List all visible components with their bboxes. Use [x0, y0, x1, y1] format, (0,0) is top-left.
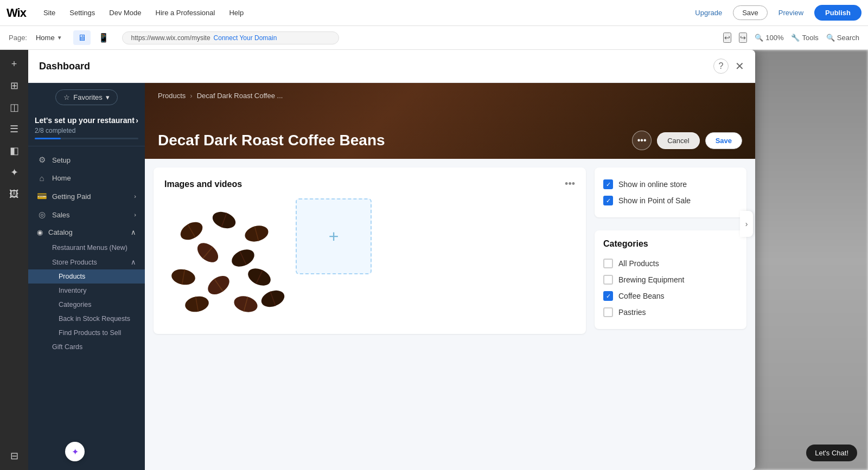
redo-button[interactable]: ↪ [739, 33, 747, 43]
undo-button[interactable]: ↩ [723, 33, 731, 43]
star-icon: ☆ [63, 93, 70, 101]
page-content: Abandoned Carts Increase sales and bring… [28, 50, 868, 470]
secondbar: Page: Home ▼ 🖥 📱 https://www.wix.com/mys… [0, 26, 868, 50]
categories-item[interactable]: Categories [28, 298, 145, 312]
nav-catalog[interactable]: ◉ Catalog ∧ [28, 224, 145, 241]
ai-assistant-button[interactable]: ✦ [65, 442, 85, 461]
nav-settings[interactable]: Settings [63, 5, 101, 20]
search-icon: 🔍 [826, 34, 835, 42]
connect-domain-link[interactable]: Connect Your Domain [214, 34, 277, 42]
nav-site[interactable]: Site [37, 5, 62, 20]
menus-button[interactable]: ☰ [4, 119, 24, 139]
main-layout: + ⊞ ◫ ☰ ◧ ✦ 🖼 ⊟ Abandoned Carts Increase… [0, 50, 868, 470]
close-modal-button[interactable]: ✕ [735, 60, 744, 73]
media-library-button[interactable]: 🖼 [4, 184, 24, 204]
brewing-equipment-label: Brewing Equipment [618, 275, 684, 284]
store-products-header[interactable]: Store Products ∧ [28, 255, 145, 269]
zoom-control[interactable]: 🔍 100% [755, 34, 783, 42]
images-card-title: Images and videos [164, 179, 242, 189]
topbar-nav: Site Settings Dev Mode Hire a Profession… [37, 5, 250, 20]
category-pastries[interactable]: Pastries [603, 304, 738, 320]
breadcrumb-root[interactable]: Products [158, 92, 186, 100]
tools-button[interactable]: 🔧 Tools [791, 34, 818, 42]
nav-section: ⚙ Setup ⌂ Home 💳 Getting Paid › [28, 146, 145, 358]
help-button[interactable]: ? [713, 59, 729, 74]
all-products-checkbox[interactable] [603, 259, 613, 268]
media-button[interactable]: ◫ [4, 98, 24, 117]
chat-button[interactable]: Let's Chat! [806, 445, 857, 461]
topbar: Wix Site Settings Dev Mode Hire a Profes… [0, 0, 868, 26]
category-coffee-beans[interactable]: ✓ Coffee Beans [603, 288, 738, 304]
show-pos-checkbox[interactable]: ✓ [603, 196, 613, 205]
topbar-right: Upgrade Save Preview Publish [690, 5, 861, 21]
setup-icon: ⚙ [37, 155, 47, 165]
more-options-button[interactable]: ••• [632, 131, 652, 150]
brewing-equipment-checkbox[interactable] [603, 275, 613, 285]
preview-button[interactable]: Preview [773, 6, 809, 20]
catalog-chevron-icon: ∧ [131, 228, 136, 236]
nav-home[interactable]: ⌂ Home [28, 169, 145, 187]
nav-setup-label: Setup [52, 156, 71, 164]
modal-header: Dashboard ? ✕ [28, 50, 755, 83]
apps-button[interactable]: ⊞ [4, 76, 24, 95]
show-online-store-checkbox[interactable]: ✓ [603, 179, 613, 189]
inventory-item[interactable]: Inventory [28, 284, 145, 298]
setup-section: Let's set up your restaurant › 2/8 compl… [28, 112, 145, 146]
pastries-label: Pastries [618, 308, 646, 317]
favorites-label: Favorites [73, 93, 102, 101]
dashboard-modal: Dashboard ? ✕ ☆ Favorites ▾ Let' [28, 50, 755, 470]
nav-hire[interactable]: Hire a Professional [149, 5, 222, 20]
bottom-panel-button[interactable]: ⊟ [4, 446, 24, 466]
back-in-stock-item[interactable]: Back in Stock Requests [28, 312, 145, 326]
nav-setup[interactable]: ⚙ Setup [28, 151, 145, 169]
product-hero: Products › Decaf Dark Roast Coffee ... D… [145, 83, 755, 159]
category-all-products[interactable]: All Products [603, 255, 738, 272]
nav-getting-paid[interactable]: 💳 Getting Paid › [28, 187, 145, 205]
images-menu-button[interactable]: ••• [565, 178, 575, 190]
all-products-label: All Products [618, 259, 659, 268]
add-elements-button[interactable]: + [4, 54, 24, 74]
coffee-beans-checkbox[interactable]: ✓ [603, 291, 613, 301]
setup-title[interactable]: Let's set up your restaurant › [35, 116, 138, 125]
save-button[interactable]: Save [733, 5, 768, 20]
page-select[interactable]: Home ▼ [36, 34, 62, 42]
nav-help[interactable]: Help [222, 5, 250, 20]
show-online-store-label: Show in online store [618, 180, 687, 189]
search-button[interactable]: 🔍 Search [826, 34, 859, 42]
breadcrumb-separator: › [190, 92, 192, 100]
wix-apps-button[interactable]: ✦ [4, 163, 24, 182]
progress-bar-bg [35, 138, 138, 139]
favorites-button[interactable]: ☆ Favorites ▾ [55, 89, 117, 105]
nav-catalog-label: Catalog [48, 228, 73, 236]
mobile-view-button[interactable]: 📱 [94, 30, 113, 45]
modal-sidebar: ☆ Favorites ▾ Let's set up your restaura… [28, 83, 145, 470]
publish-button[interactable]: Publish [814, 5, 861, 21]
scroll-right-button[interactable]: › [740, 211, 753, 237]
modal-body: ☆ Favorites ▾ Let's set up your restaura… [28, 83, 755, 470]
zoom-level: 100% [765, 34, 783, 42]
category-brewing-equipment[interactable]: Brewing Equipment [603, 272, 738, 288]
breadcrumb: Products › Decaf Dark Roast Coffee ... [158, 92, 283, 100]
desktop-view-button[interactable]: 🖥 [73, 30, 91, 45]
wix-logo: Wix [7, 6, 26, 20]
nav-getting-paid-label: Getting Paid [52, 192, 91, 201]
restaurant-menus-item[interactable]: Restaurant Menus (New) [28, 241, 145, 255]
save-product-button[interactable]: Save [705, 132, 742, 149]
cancel-button[interactable]: Cancel [657, 132, 699, 149]
plus-icon: + [329, 227, 339, 247]
images-grid: + [164, 198, 575, 323]
find-products-item[interactable]: Find Products to Sell [28, 326, 145, 340]
add-image-button[interactable]: + [296, 198, 372, 274]
layers-button[interactable]: ◧ [4, 141, 24, 160]
gift-cards-item[interactable]: Gift Cards [28, 340, 145, 354]
products-item[interactable]: Products [28, 269, 145, 284]
setup-chevron-icon: › [136, 116, 138, 125]
pastries-checkbox[interactable] [603, 307, 613, 317]
upgrade-link[interactable]: Upgrade [690, 5, 727, 20]
modal-title: Dashboard [39, 61, 90, 72]
nav-sales[interactable]: ◎ Sales › [28, 205, 145, 224]
home-icon: ⌂ [37, 173, 47, 183]
tools-label: Tools [802, 34, 818, 42]
product-image-1[interactable] [164, 198, 289, 323]
nav-dev-mode[interactable]: Dev Mode [103, 5, 148, 20]
